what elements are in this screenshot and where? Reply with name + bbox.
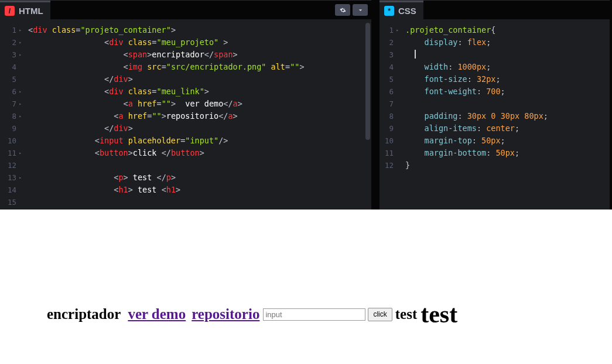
html-gutter: 123456789101112131415 — [0, 19, 22, 210]
projeto-container: encriptador ver demo repositorio click t… — [0, 300, 612, 328]
meu-link: ver demo repositorio — [128, 306, 259, 322]
html-tab[interactable]: / HTML — [0, 1, 50, 19]
editors-row: / HTML 123456789101112131415 <div class=… — [0, 0, 612, 210]
html-badge-icon: / — [5, 6, 15, 16]
html-panel: / HTML 123456789101112131415 <div class=… — [0, 0, 371, 210]
css-tab-label: CSS — [398, 6, 416, 16]
h1-test: test — [420, 300, 457, 328]
vertical-scrollbar[interactable] — [365, 23, 370, 140]
css-badge-icon: * — [384, 6, 394, 16]
collapse-button[interactable] — [353, 4, 368, 16]
encriptador-label: encriptador — [47, 306, 121, 322]
preview-pane: encriptador ver demo repositorio click t… — [0, 210, 612, 364]
css-code[interactable]: .projeto_container{ display: flex; width… — [399, 19, 610, 210]
gear-icon — [340, 7, 346, 13]
click-button[interactable]: click — [368, 308, 392, 321]
html-editor[interactable]: 123456789101112131415 <div class="projet… — [0, 19, 371, 210]
repositorio-link[interactable]: repositorio — [192, 306, 259, 322]
html-code[interactable]: <div class="projeto_container"> <div cla… — [22, 19, 371, 210]
css-editor[interactable]: 123456789101112 .projeto_container{ disp… — [379, 19, 610, 210]
css-panel: * CSS 123456789101112 .projeto_container… — [379, 0, 610, 210]
css-panel-header: * CSS — [379, 1, 610, 19]
ver-demo-link[interactable]: ver demo — [128, 306, 186, 322]
text-input[interactable] — [263, 308, 365, 321]
html-tab-label: HTML — [19, 6, 43, 16]
chevron-down-icon — [357, 7, 364, 13]
p-test: test — [395, 306, 417, 322]
settings-button[interactable] — [335, 4, 350, 16]
html-panel-tools — [335, 1, 371, 19]
meu-projeto: encriptador — [47, 306, 121, 322]
html-panel-header: / HTML — [0, 1, 371, 19]
css-gutter: 123456789101112 — [379, 19, 399, 210]
css-tab[interactable]: * CSS — [379, 1, 423, 19]
